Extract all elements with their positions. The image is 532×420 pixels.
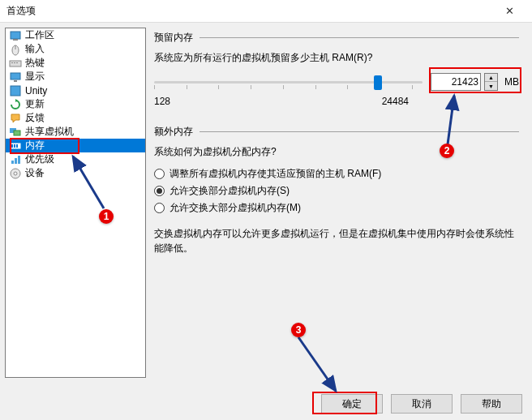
svg-rect-0: [11, 32, 20, 39]
memory-unit: MB: [504, 76, 519, 88]
sidebar-item-memory[interactable]: 内存: [6, 139, 145, 152]
memory-input[interactable]: [431, 73, 481, 91]
reserved-group-title: 预留内存: [154, 31, 519, 45]
feedback-icon: [9, 112, 22, 125]
sidebar-item-label: 工作区: [25, 28, 54, 42]
sidebar-item-label: Unity: [25, 85, 47, 96]
callout-2: 2: [440, 144, 454, 158]
swap-note: 交换虚拟机内存可以允许更多虚拟机运行，但是在虚拟机集中使用内存时会使系统性能降低…: [154, 226, 519, 255]
spinner-up[interactable]: ▲: [485, 74, 497, 82]
slider-min-label: 128: [154, 96, 170, 107]
svg-rect-17: [11, 161, 14, 164]
sidebar-item-label: 设备: [25, 166, 45, 180]
workspace-icon: [9, 29, 22, 42]
sidebar: 工作区 输入 热键 显示 Unity 更新 反馈 共享虚拟机: [5, 28, 146, 378]
window-title: 首选项: [6, 4, 493, 18]
svg-rect-7: [16, 62, 18, 63]
unity-icon: [9, 84, 22, 97]
sidebar-item-shared-vms[interactable]: 共享虚拟机: [6, 125, 145, 139]
radio-label: 允许交换部分虚拟机内存(S): [169, 184, 290, 198]
svg-rect-16: [16, 144, 18, 148]
slider-max-label: 24484: [382, 96, 409, 107]
content-area: 工作区 输入 热键 显示 Unity 更新 反馈 共享虚拟机: [0, 23, 532, 383]
radio-swap-most[interactable]: 允许交换大部分虚拟机内存(M): [154, 201, 519, 215]
sidebar-item-devices[interactable]: 设备: [6, 166, 145, 180]
sidebar-item-label: 优先级: [25, 152, 54, 166]
callout-3: 3: [291, 323, 306, 337]
radio-icon: [154, 169, 165, 179]
ok-button[interactable]: 确定: [321, 394, 383, 414]
spinner-buttons: ▲ ▼: [484, 73, 498, 91]
priority-icon: [9, 153, 22, 166]
shared-vm-icon: [9, 126, 22, 139]
memory-spinner: ▲ ▼ MB: [431, 73, 519, 91]
sidebar-item-label: 显示: [25, 70, 45, 84]
radio-fit-reserved[interactable]: 调整所有虚拟机内存使其适应预留的主机 RAM(F): [154, 167, 519, 181]
svg-rect-19: [18, 156, 20, 164]
spinner-down[interactable]: ▼: [485, 82, 497, 90]
keyboard-icon: [9, 57, 22, 70]
dialog-buttons: 确定 取消 帮助: [321, 394, 522, 414]
cancel-button[interactable]: 取消: [391, 394, 453, 414]
radio-label: 调整所有虚拟机内存使其适应预留的主机 RAM(F): [169, 167, 381, 181]
sidebar-item-workspace[interactable]: 工作区: [6, 28, 145, 42]
svg-rect-9: [14, 80, 17, 82]
sidebar-item-label: 更新: [25, 97, 45, 111]
extra-group-title: 额外内存: [154, 125, 519, 139]
slider-range-labels: 128 24484: [154, 96, 409, 107]
svg-rect-1: [13, 39, 18, 41]
sidebar-item-label: 内存: [25, 139, 45, 152]
radio-swap-some[interactable]: 允许交换部分虚拟机内存(S): [154, 184, 519, 198]
settings-pane: 预留内存 系统应为所有运行的虚拟机预留多少主机 RAM(R)? ▲: [151, 28, 527, 378]
sidebar-item-display[interactable]: 显示: [6, 70, 145, 84]
display-icon: [9, 71, 22, 84]
extra-question: 系统如何为虚拟机分配内存?: [154, 145, 519, 159]
sidebar-item-label: 共享虚拟机: [25, 125, 74, 139]
radio-icon: [154, 186, 165, 196]
mouse-icon: [9, 43, 22, 56]
svg-rect-18: [15, 158, 17, 164]
svg-rect-15: [14, 144, 15, 148]
radio-icon: [154, 203, 165, 213]
sidebar-item-input[interactable]: 输入: [6, 42, 145, 56]
svg-rect-4: [10, 61, 21, 66]
sidebar-item-label: 反馈: [25, 111, 45, 125]
help-button[interactable]: 帮助: [461, 394, 522, 414]
slider-handle[interactable]: [374, 75, 382, 90]
svg-rect-6: [14, 62, 15, 63]
reserved-memory-group: 预留内存: [154, 31, 519, 45]
extra-memory-group: 额外内存: [154, 125, 519, 139]
svg-rect-5: [11, 62, 13, 63]
sidebar-item-updates[interactable]: 更新: [6, 97, 145, 111]
titlebar: 首选项: [0, 0, 532, 23]
sidebar-item-hotkeys[interactable]: 热键: [6, 56, 145, 70]
svg-point-21: [14, 172, 17, 175]
svg-rect-12: [14, 131, 20, 135]
sidebar-item-unity[interactable]: Unity: [6, 84, 145, 97]
cd-icon: [9, 167, 22, 180]
svg-rect-10: [11, 86, 20, 96]
sidebar-item-feedback[interactable]: 反馈: [6, 111, 145, 125]
close-button[interactable]: [493, 0, 526, 23]
refresh-icon: [9, 98, 22, 111]
radio-label: 允许交换大部分虚拟机内存(M): [169, 201, 301, 215]
sidebar-item-priority[interactable]: 优先级: [6, 152, 145, 166]
reserved-question: 系统应为所有运行的虚拟机预留多少主机 RAM(R)?: [154, 51, 519, 65]
svg-rect-14: [11, 144, 13, 148]
slider-rail: [154, 81, 423, 84]
callout-1: 1: [99, 209, 114, 224]
memory-slider[interactable]: [154, 74, 423, 90]
sidebar-item-label: 热键: [25, 56, 45, 70]
svg-rect-8: [11, 73, 20, 79]
sidebar-item-label: 输入: [25, 42, 45, 56]
memory-slider-row: ▲ ▼ MB: [154, 73, 519, 91]
memory-icon: [9, 139, 22, 152]
